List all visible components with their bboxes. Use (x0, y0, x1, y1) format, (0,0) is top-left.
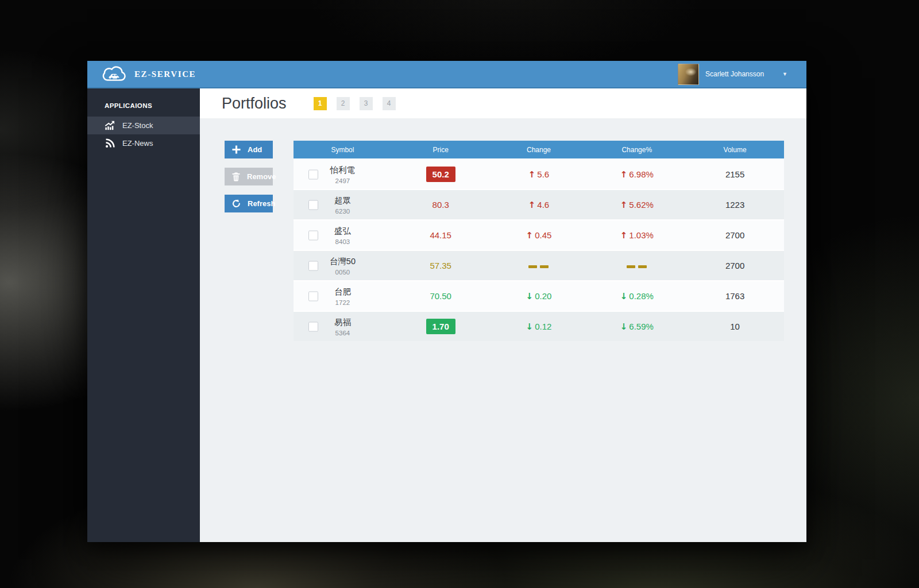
brand-name: EZ-SERVICE (134, 69, 196, 79)
row-checkbox[interactable] (308, 261, 318, 270)
sidebar: APPLICAIONS EZ-Stock (87, 88, 200, 542)
remove-button-label: Remove (247, 172, 276, 181)
price-value: 50.2 (426, 167, 455, 182)
desktop-background: EZ-SERVICE Scarlett Johansson ▼ APPLICAI… (0, 0, 919, 588)
up-arrow-icon: ↑ (528, 169, 536, 180)
row-checkbox[interactable] (308, 230, 318, 240)
table-row: 台灣50 0050 57.35 2700 (294, 251, 784, 280)
page-button-2[interactable]: 2 (337, 97, 350, 110)
change-pct-value: ↑5.62% (588, 200, 686, 210)
change-pct-value (588, 261, 686, 270)
page-title: Portfolios (222, 95, 287, 113)
table-header-row: Symbol Price Change Change% Volume (294, 141, 784, 158)
portfolio-table: Symbol Price Change Change% Volume 怡利電 2… (294, 141, 784, 341)
sidebar-item-label: EZ-Stock (122, 121, 153, 130)
user-name: Scarlett Johansson (705, 70, 764, 78)
row-checkbox[interactable] (308, 322, 318, 331)
add-button[interactable]: Add (225, 141, 273, 158)
column-header-symbol: Symbol (294, 146, 392, 154)
table-row: 盛弘 8403 44.15 ↑0.45 ↑1.03% 2700 (294, 220, 784, 250)
change-pct-value: ↑6.98% (588, 169, 686, 180)
pagination: 1 2 3 4 (314, 97, 396, 110)
flat-dash (528, 265, 537, 268)
table-row: 台肥 1722 70.50 ↓0.20 ↓0.28% 1763 (294, 281, 784, 311)
page-button-3[interactable]: 3 (360, 97, 373, 110)
app-window: EZ-SERVICE Scarlett Johansson ▼ APPLICAI… (87, 61, 806, 542)
page-button-4[interactable]: 4 (383, 97, 396, 110)
row-checkbox[interactable] (308, 169, 318, 179)
volume-value: 1223 (686, 200, 784, 210)
volume-value: 2700 (686, 230, 784, 240)
up-arrow-icon: ↑ (620, 169, 628, 180)
down-arrow-icon: ↓ (526, 291, 534, 301)
row-checkbox[interactable] (308, 200, 318, 210)
user-avatar[interactable] (678, 64, 699, 85)
add-button-label: Add (248, 145, 262, 154)
refresh-button-label: Refresh (248, 199, 275, 208)
change-value (490, 261, 588, 270)
flat-dash (627, 265, 635, 268)
top-bar: EZ-SERVICE Scarlett Johansson ▼ (87, 61, 806, 88)
table-row: 超眾 6230 80.3 ↑4.6 ↑5.62% 1223 (294, 190, 784, 219)
change-value: ↓0.12 (490, 322, 588, 332)
main-panel: Portfolios 1 2 3 4 (200, 88, 806, 542)
column-header-changepct: Change% (588, 146, 686, 154)
change-value: ↓0.20 (490, 291, 588, 301)
price-value: 1.70 (426, 319, 455, 334)
down-arrow-icon: ↓ (526, 322, 534, 332)
up-arrow-icon: ↑ (528, 200, 536, 210)
table-rows: 怡利電 2497 50.2 ↑5.6 ↑6.98% 2155 超眾 6230 8… (294, 160, 784, 341)
action-buttons: Add Remove (225, 141, 273, 212)
table-row: 易福 5364 1.70 ↓0.12 ↓6.59% 10 (294, 312, 784, 341)
sidebar-item-ez-stock[interactable]: EZ-Stock (87, 117, 200, 134)
trash-icon (232, 172, 240, 181)
plus-icon (232, 145, 241, 154)
price-value: 80.3 (433, 200, 449, 210)
column-header-change: Change (490, 146, 588, 154)
rss-icon (105, 138, 115, 148)
column-header-price: Price (392, 146, 490, 154)
change-value: ↑4.6 (490, 200, 588, 210)
page-header: Portfolios 1 2 3 4 (200, 88, 806, 118)
volume-value: 2700 (686, 261, 784, 270)
change-value: ↑5.6 (490, 169, 588, 180)
sidebar-item-ez-news[interactable]: EZ-News (87, 134, 200, 152)
volume-value: 1763 (686, 291, 784, 301)
user-menu[interactable]: Scarlett Johansson ▼ (678, 64, 806, 85)
change-pct-value: ↓0.28% (588, 291, 686, 301)
cloud-car-logo-icon (102, 65, 128, 83)
table-row: 怡利電 2497 50.2 ↑5.6 ↑6.98% 2155 (294, 160, 784, 189)
brand: EZ-SERVICE (87, 65, 196, 83)
remove-button[interactable]: Remove (225, 168, 273, 185)
flat-dash (638, 265, 647, 268)
caret-down-icon[interactable]: ▼ (782, 71, 787, 77)
up-arrow-icon: ↑ (526, 230, 534, 241)
content-area: Add Remove (200, 118, 806, 542)
volume-value: 2155 (686, 169, 784, 179)
change-value: ↑0.45 (490, 230, 588, 241)
column-header-volume: Volume (686, 146, 784, 154)
row-checkbox[interactable] (308, 291, 318, 301)
refresh-button[interactable]: Refresh (225, 195, 273, 212)
refresh-icon (232, 199, 241, 208)
flat-dash (540, 265, 549, 268)
change-pct-value: ↑1.03% (588, 230, 686, 241)
price-value: 70.50 (430, 291, 451, 301)
change-pct-value: ↓6.59% (588, 322, 686, 332)
price-value: 44.15 (430, 230, 451, 240)
up-arrow-icon: ↑ (620, 230, 628, 241)
sidebar-section-title: APPLICAIONS (105, 102, 200, 109)
page-button-1[interactable]: 1 (314, 97, 327, 110)
down-arrow-icon: ↓ (620, 291, 628, 301)
volume-value: 10 (686, 322, 784, 331)
stock-chart-icon (105, 121, 115, 130)
up-arrow-icon: ↑ (620, 200, 628, 210)
sidebar-item-label: EZ-News (122, 139, 153, 148)
down-arrow-icon: ↓ (620, 322, 628, 332)
price-value: 57.35 (430, 261, 451, 270)
